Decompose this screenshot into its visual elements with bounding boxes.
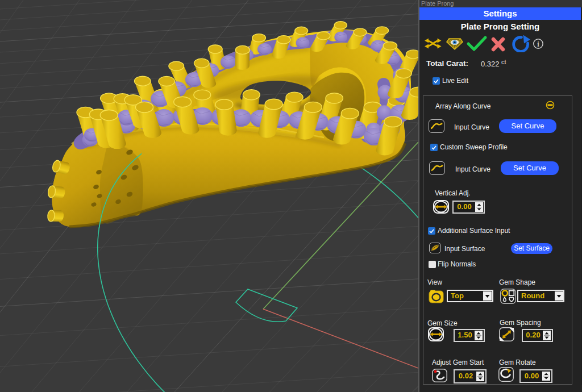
svg-text:i: i (537, 40, 539, 48)
